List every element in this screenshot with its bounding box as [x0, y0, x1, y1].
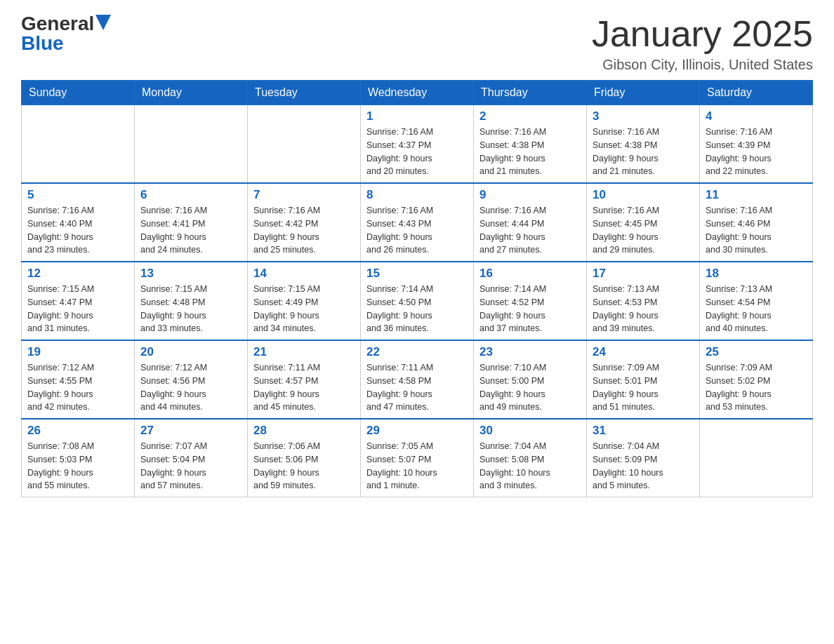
location-text: Gibson City, Illinois, United States [592, 57, 813, 73]
day-header-monday: Monday [135, 81, 248, 105]
day-info: Sunrise: 7:04 AM Sunset: 5:08 PM Dayligh… [479, 440, 581, 492]
day-number: 16 [479, 267, 581, 281]
day-info: Sunrise: 7:10 AM Sunset: 5:00 PM Dayligh… [479, 361, 581, 414]
logo-blue-text: Blue [21, 34, 64, 53]
day-info: Sunrise: 7:07 AM Sunset: 5:04 PM Dayligh… [140, 440, 241, 492]
calendar-cell [22, 105, 135, 184]
calendar-cell: 27Sunrise: 7:07 AM Sunset: 5:04 PM Dayli… [135, 419, 248, 497]
day-info: Sunrise: 7:11 AM Sunset: 4:57 PM Dayligh… [253, 361, 355, 414]
day-info: Sunrise: 7:16 AM Sunset: 4:44 PM Dayligh… [479, 204, 581, 257]
day-number: 7 [253, 188, 355, 202]
day-info: Sunrise: 7:16 AM Sunset: 4:37 PM Dayligh… [366, 126, 468, 178]
day-info: Sunrise: 7:12 AM Sunset: 4:56 PM Dayligh… [140, 361, 241, 414]
month-title: January 2025 [592, 14, 813, 54]
calendar-cell: 16Sunrise: 7:14 AM Sunset: 4:52 PM Dayli… [474, 262, 587, 340]
svg-marker-0 [95, 15, 111, 30]
day-number: 29 [366, 424, 468, 438]
day-info: Sunrise: 7:16 AM Sunset: 4:38 PM Dayligh… [593, 126, 694, 178]
day-info: Sunrise: 7:15 AM Sunset: 4:49 PM Dayligh… [253, 283, 355, 335]
calendar-cell: 1Sunrise: 7:16 AM Sunset: 4:37 PM Daylig… [361, 105, 474, 184]
calendar-cell: 4Sunrise: 7:16 AM Sunset: 4:39 PM Daylig… [700, 105, 813, 184]
calendar-cell: 7Sunrise: 7:16 AM Sunset: 4:42 PM Daylig… [248, 183, 361, 262]
day-number: 12 [27, 267, 128, 281]
day-number: 3 [593, 109, 694, 123]
day-info: Sunrise: 7:08 AM Sunset: 5:03 PM Dayligh… [27, 440, 128, 492]
day-number: 10 [593, 188, 694, 202]
day-number: 30 [479, 424, 581, 438]
day-number: 31 [593, 424, 694, 438]
day-info: Sunrise: 7:09 AM Sunset: 5:02 PM Dayligh… [706, 361, 807, 414]
day-header-wednesday: Wednesday [361, 81, 474, 105]
calendar-cell: 30Sunrise: 7:04 AM Sunset: 5:08 PM Dayli… [474, 419, 587, 497]
day-info: Sunrise: 7:16 AM Sunset: 4:42 PM Dayligh… [253, 204, 355, 257]
logo-general-text: General [21, 14, 94, 34]
calendar-cell: 9Sunrise: 7:16 AM Sunset: 4:44 PM Daylig… [474, 183, 587, 262]
calendar-cell: 5Sunrise: 7:16 AM Sunset: 4:40 PM Daylig… [22, 183, 135, 262]
day-number: 19 [27, 345, 128, 359]
calendar-cell [700, 419, 813, 497]
day-info: Sunrise: 7:14 AM Sunset: 4:50 PM Dayligh… [366, 283, 468, 335]
day-info: Sunrise: 7:05 AM Sunset: 5:07 PM Dayligh… [366, 440, 468, 492]
calendar-cell: 19Sunrise: 7:12 AM Sunset: 4:55 PM Dayli… [22, 340, 135, 419]
calendar-cell: 25Sunrise: 7:09 AM Sunset: 5:02 PM Dayli… [700, 340, 813, 419]
day-info: Sunrise: 7:15 AM Sunset: 4:48 PM Dayligh… [140, 283, 241, 335]
day-number: 17 [593, 267, 694, 281]
day-header-saturday: Saturday [700, 81, 813, 105]
calendar-cell [248, 105, 361, 184]
day-number: 6 [140, 188, 241, 202]
calendar-cell [135, 105, 248, 184]
calendar-cell: 28Sunrise: 7:06 AM Sunset: 5:06 PM Dayli… [248, 419, 361, 497]
day-number: 13 [140, 267, 241, 281]
calendar-cell: 31Sunrise: 7:04 AM Sunset: 5:09 PM Dayli… [587, 419, 700, 497]
day-number: 22 [366, 345, 468, 359]
calendar-cell: 6Sunrise: 7:16 AM Sunset: 4:41 PM Daylig… [135, 183, 248, 262]
calendar-cell: 12Sunrise: 7:15 AM Sunset: 4:47 PM Dayli… [22, 262, 135, 340]
day-number: 1 [366, 109, 468, 123]
day-info: Sunrise: 7:16 AM Sunset: 4:41 PM Dayligh… [140, 204, 241, 257]
calendar-week-row: 1Sunrise: 7:16 AM Sunset: 4:37 PM Daylig… [22, 105, 813, 184]
day-number: 20 [140, 345, 241, 359]
calendar-cell: 18Sunrise: 7:13 AM Sunset: 4:54 PM Dayli… [700, 262, 813, 340]
day-header-tuesday: Tuesday [248, 81, 361, 105]
logo: General Blue [21, 14, 111, 53]
day-number: 15 [366, 267, 468, 281]
day-header-sunday: Sunday [22, 81, 135, 105]
day-number: 9 [479, 188, 581, 202]
calendar-week-row: 26Sunrise: 7:08 AM Sunset: 5:03 PM Dayli… [22, 419, 813, 497]
calendar-table: SundayMondayTuesdayWednesdayThursdayFrid… [21, 80, 813, 497]
day-number: 25 [706, 345, 807, 359]
calendar-cell: 20Sunrise: 7:12 AM Sunset: 4:56 PM Dayli… [135, 340, 248, 419]
calendar-cell: 15Sunrise: 7:14 AM Sunset: 4:50 PM Dayli… [361, 262, 474, 340]
calendar-cell: 14Sunrise: 7:15 AM Sunset: 4:49 PM Dayli… [248, 262, 361, 340]
calendar-cell: 29Sunrise: 7:05 AM Sunset: 5:07 PM Dayli… [361, 419, 474, 497]
calendar-cell: 13Sunrise: 7:15 AM Sunset: 4:48 PM Dayli… [135, 262, 248, 340]
day-info: Sunrise: 7:16 AM Sunset: 4:39 PM Dayligh… [706, 126, 807, 178]
day-number: 2 [479, 109, 581, 123]
day-header-thursday: Thursday [474, 81, 587, 105]
calendar-week-row: 12Sunrise: 7:15 AM Sunset: 4:47 PM Dayli… [22, 262, 813, 340]
calendar-cell: 21Sunrise: 7:11 AM Sunset: 4:57 PM Dayli… [248, 340, 361, 419]
page-header: General Blue January 2025 Gibson City, I… [21, 14, 813, 73]
day-info: Sunrise: 7:11 AM Sunset: 4:58 PM Dayligh… [366, 361, 468, 414]
day-info: Sunrise: 7:13 AM Sunset: 4:54 PM Dayligh… [706, 283, 807, 335]
day-info: Sunrise: 7:13 AM Sunset: 4:53 PM Dayligh… [593, 283, 694, 335]
calendar-cell: 11Sunrise: 7:16 AM Sunset: 4:46 PM Dayli… [700, 183, 813, 262]
day-info: Sunrise: 7:04 AM Sunset: 5:09 PM Dayligh… [593, 440, 694, 492]
day-number: 28 [253, 424, 355, 438]
calendar-week-row: 19Sunrise: 7:12 AM Sunset: 4:55 PM Dayli… [22, 340, 813, 419]
day-header-friday: Friday [587, 81, 700, 105]
day-number: 27 [140, 424, 241, 438]
calendar-cell: 24Sunrise: 7:09 AM Sunset: 5:01 PM Dayli… [587, 340, 700, 419]
day-info: Sunrise: 7:16 AM Sunset: 4:45 PM Dayligh… [593, 204, 694, 257]
calendar-cell: 23Sunrise: 7:10 AM Sunset: 5:00 PM Dayli… [474, 340, 587, 419]
day-number: 5 [27, 188, 128, 202]
day-info: Sunrise: 7:15 AM Sunset: 4:47 PM Dayligh… [27, 283, 128, 335]
day-info: Sunrise: 7:14 AM Sunset: 4:52 PM Dayligh… [479, 283, 581, 335]
calendar-header-row: SundayMondayTuesdayWednesdayThursdayFrid… [22, 81, 813, 105]
logo-arrow-icon [95, 15, 111, 30]
day-number: 4 [706, 109, 807, 123]
day-number: 21 [253, 345, 355, 359]
day-info: Sunrise: 7:16 AM Sunset: 4:40 PM Dayligh… [27, 204, 128, 257]
calendar-cell: 26Sunrise: 7:08 AM Sunset: 5:03 PM Dayli… [22, 419, 135, 497]
day-number: 14 [253, 267, 355, 281]
